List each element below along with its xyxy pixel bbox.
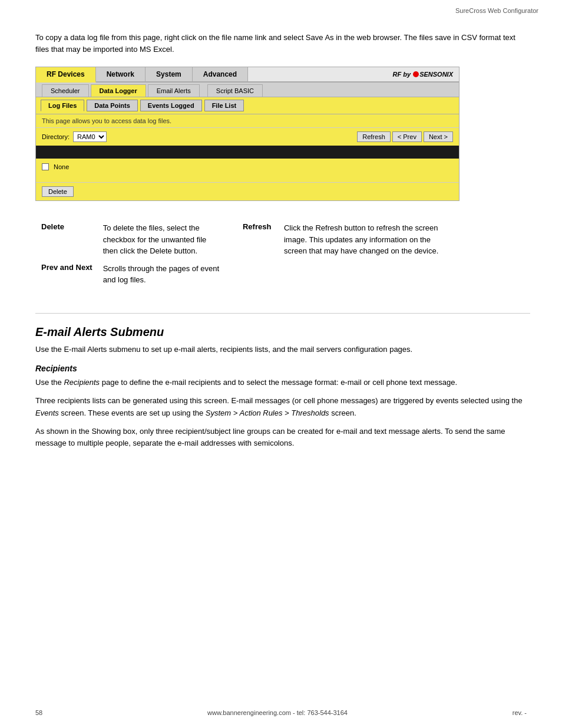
help-row-delete: Delete To delete the files, select the c… [37,220,458,259]
tab-system[interactable]: System [146,67,193,81]
help-table: Delete To delete the files, select the c… [35,219,459,289]
help-desc-refresh: Click the Refresh button to refresh the … [279,220,458,259]
tab-log-files[interactable]: Log Files [41,100,84,111]
intro-text: To copy a data log file from this page, … [35,32,518,55]
directory-row: Directory: RAM0 Refresh < Prev Next > [36,128,459,146]
page-footer: 58 www.bannerengineering.com - tel: 763-… [0,709,562,716]
file-list-area: None [36,159,459,182]
tab-bar-2: Scheduler Data Logger Email Alerts Scrip… [36,83,459,97]
help-term-prevnext: Prev and Next [37,261,97,288]
action-rules-italic: System > Action Rules > Thresholds [206,409,329,417]
email-alerts-intro: Use the E-mail Alerts submenu to set up … [35,344,527,356]
email-alerts-heading: E-mail Alerts Submenu [35,325,527,339]
delete-button[interactable]: Delete [42,186,74,197]
file-none-label: None [54,163,69,170]
tab-bar-1: RF Devices Network System Advanced RF by… [36,67,459,83]
page-header: SureCross Web Configurator [0,0,562,14]
help-desc-prevnext: Scrolls through the pages of event and l… [98,261,224,288]
nav-buttons: Refresh < Prev Next > [357,131,453,142]
delete-btn-area: Delete [36,182,459,200]
brand-name: SENSONIX [413,71,453,78]
tab-advanced[interactable]: Advanced [193,67,248,81]
file-list-header-bar [36,146,459,159]
tab-data-points[interactable]: Data Points [87,100,138,111]
file-checkbox[interactable] [42,163,49,170]
tab-data-logger[interactable]: Data Logger [91,84,146,97]
recipients-para2: Three recipients lists can be generated … [35,395,527,420]
file-item-none: None [42,163,453,170]
header-title: SureCross Web Configurator [455,7,538,14]
tab-events-logged[interactable]: Events Logged [140,100,202,111]
tab-scheduler[interactable]: Scheduler [42,84,89,97]
prev-button[interactable]: < Prev [392,131,422,142]
footer-page: 58 [35,709,42,716]
tab-file-list[interactable]: File List [204,100,244,111]
ui-screenshot: RF Devices Network System Advanced RF by… [35,67,459,201]
sensonix-logo: RF by SENSONIX [387,67,459,81]
help-term-refresh: Refresh [225,220,278,259]
page-info-text: This page allows you to access data log … [36,114,459,128]
next-button[interactable]: Next > [424,131,453,142]
refresh-button[interactable]: Refresh [357,131,391,142]
footer-center: www.bannerengineering.com - tel: 763-544… [207,709,348,716]
tab-rf-devices[interactable]: RF Devices [36,67,96,83]
help-row-prevnext: Prev and Next Scrolls through the pages … [37,261,458,288]
tab-network[interactable]: Network [96,67,146,81]
main-content: To copy a data log file from this page, … [0,14,562,479]
footer-right: rev. - [513,709,527,716]
recipients-intro: Use the Recipients page to define the e-… [35,377,527,389]
help-term-delete: Delete [37,220,97,259]
sensonix-o-icon [413,71,419,77]
recipients-italic: Recipients [64,378,100,387]
directory-label: Directory: [42,133,70,140]
directory-select[interactable]: RAM0 [73,131,107,142]
recipients-heading: Recipients [35,364,527,373]
section-divider [35,313,530,314]
tab-bar-3: Log Files Data Points Events Logged File… [36,97,459,114]
help-desc-delete: To delete the files, select the checkbox… [98,220,224,259]
recipients-para3: As shown in the Showing box, only three … [35,426,527,450]
tab-email-alerts[interactable]: Email Alerts [148,84,200,97]
events-italic: Events [35,409,59,417]
tab-script-basic[interactable]: Script BASIC [207,84,263,97]
